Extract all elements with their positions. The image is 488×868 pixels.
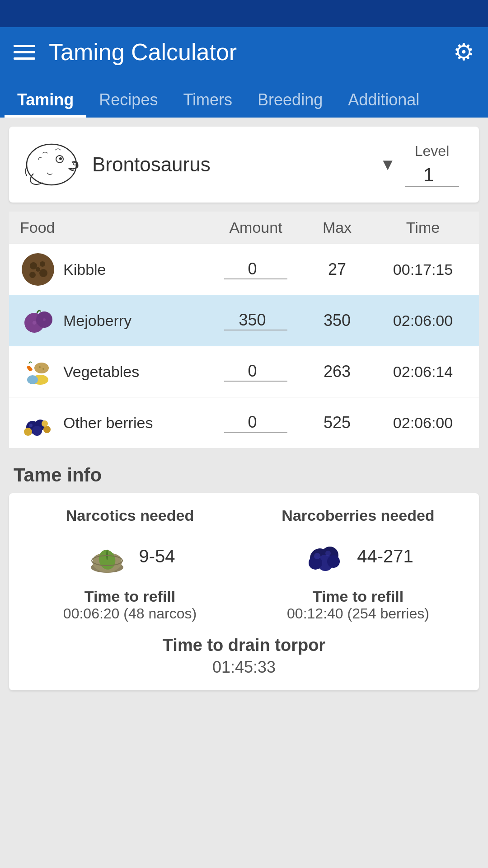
food-table-header: Food Amount Max Time (9, 212, 479, 244)
narcoberries-col: Narcoberries needed (251, 507, 465, 622)
app-title: Taming Calculator (49, 38, 453, 66)
narcoberries-value: 44-271 (357, 546, 413, 566)
mejoberry-time: 02:06:00 (378, 312, 468, 330)
kibble-name: Kibble (63, 261, 106, 278)
kibble-max: 27 (296, 260, 378, 279)
narcotics-col: Narcotics needed 9-54 (23, 507, 237, 622)
svg-point-7 (39, 269, 47, 277)
mejoberry-amount-input[interactable] (224, 311, 287, 330)
svg-point-12 (33, 321, 36, 325)
vegetables-name: Vegetables (63, 363, 139, 381)
narcotics-title: Narcotics needed (66, 507, 194, 524)
narcoberries-row: 44-271 (303, 533, 413, 579)
creature-name: Brontosaurus (92, 153, 375, 176)
tab-timers[interactable]: Timers (170, 82, 245, 118)
svg-point-25 (29, 424, 33, 427)
svg-point-14 (34, 363, 49, 373)
narcoberries-refill-title: Time to refill (313, 588, 404, 605)
svg-point-24 (42, 420, 48, 427)
svg-point-5 (30, 262, 37, 269)
food-row-other-berries: Other berries 525 02:06:00 (9, 397, 479, 448)
vegetables-time: 02:06:14 (378, 363, 468, 381)
other-berries-max: 525 (296, 413, 378, 432)
kibble-time: 00:17:15 (378, 261, 468, 278)
narcotics-refill-value: 00:06:20 (48 narcos) (63, 605, 197, 622)
tab-bar: Taming Recipes Timers Breeding Additiona… (0, 77, 488, 118)
max-col-header: Max (296, 219, 378, 236)
other-berries-time: 02:06:00 (378, 414, 468, 432)
svg-point-9 (36, 267, 40, 272)
narcotics-refill-title: Time to refill (84, 588, 176, 605)
level-label: Level (415, 143, 450, 160)
tab-breeding[interactable]: Breeding (245, 82, 335, 118)
app-bar: Taming Calculator ⚙ (0, 27, 488, 77)
drain-torpor-value: 01:45:33 (23, 658, 465, 677)
svg-point-35 (325, 551, 331, 556)
narcotics-row: 9-54 (84, 533, 175, 579)
tab-taming[interactable]: Taming (5, 82, 86, 118)
svg-point-34 (314, 553, 320, 559)
food-row-kibble: Kibble 27 00:17:15 (9, 244, 479, 295)
svg-point-0 (27, 144, 76, 185)
other-berries-name: Other berries (63, 414, 153, 432)
settings-icon[interactable]: ⚙ (453, 38, 474, 66)
dropdown-arrow-icon: ▼ (380, 155, 396, 174)
kibble-icon (20, 251, 56, 288)
svg-point-33 (327, 555, 340, 568)
tame-info-title: Tame info (9, 457, 479, 493)
narcotics-value: 9-54 (139, 546, 175, 566)
kibble-amount-input[interactable] (224, 259, 287, 279)
food-row-vegetables: Vegetables 263 02:06:14 (9, 346, 479, 397)
mejoberry-name: Mejoberry (63, 312, 131, 330)
creature-selector[interactable]: Brontosaurus ▼ (92, 153, 396, 176)
tab-additional[interactable]: Additional (335, 82, 432, 118)
tame-info-card: Narcotics needed 9-54 (9, 493, 479, 690)
tame-info-section: Tame info Narcotics needed (9, 457, 479, 690)
vegetables-icon (20, 354, 56, 390)
tame-info-grid: Narcotics needed 9-54 (23, 507, 465, 622)
narcoberries-title: Narcoberries needed (282, 507, 434, 524)
food-col-header: Food (20, 219, 215, 236)
tab-recipes[interactable]: Recipes (86, 82, 170, 118)
svg-point-21 (32, 426, 42, 436)
svg-point-8 (29, 272, 36, 278)
svg-point-16 (42, 368, 44, 370)
level-section: Level (396, 143, 468, 187)
drain-torpor-section: Time to drain torpor 01:45:33 (23, 636, 465, 677)
svg-point-6 (40, 261, 45, 267)
amount-col-header: Amount (215, 219, 296, 236)
narcotic-icon (84, 533, 130, 579)
svg-point-23 (43, 426, 51, 433)
other-berries-icon (20, 405, 56, 441)
narcoberries-refill-value: 00:12:40 (254 berries) (287, 605, 429, 622)
mejoberry-icon (20, 302, 56, 339)
time-col-header: Time (378, 219, 468, 236)
vegetables-max: 263 (296, 362, 378, 381)
level-input[interactable] (405, 164, 459, 187)
svg-point-2 (59, 157, 62, 160)
svg-point-15 (39, 366, 41, 368)
main-content: Brontosaurus ▼ Level Food Amount Max Tim… (0, 118, 488, 699)
drain-torpor-title: Time to drain torpor (23, 636, 465, 655)
food-table: Food Amount Max Time Kibble (9, 212, 479, 448)
other-berries-amount-input[interactable] (224, 413, 287, 433)
vegetables-amount-input[interactable] (224, 362, 287, 382)
creature-image (20, 137, 83, 192)
food-row-mejoberry: Mejoberry 350 02:06:00 (9, 295, 479, 346)
svg-point-22 (24, 428, 32, 436)
status-bar (0, 0, 488, 27)
svg-point-13 (43, 318, 46, 321)
menu-button[interactable] (14, 45, 35, 60)
mejoberry-max: 350 (296, 311, 378, 330)
svg-point-18 (27, 375, 38, 384)
narcoberry-icon (303, 533, 348, 579)
creature-card: Brontosaurus ▼ Level (9, 127, 479, 203)
